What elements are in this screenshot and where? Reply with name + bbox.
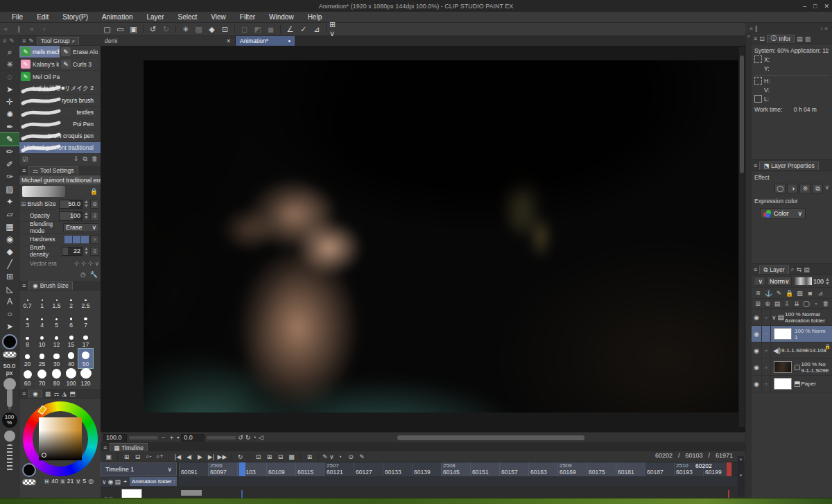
fit-screen-icon[interactable]: ▪ (177, 434, 179, 441)
ruler-tick[interactable]: 60115 (295, 462, 324, 476)
track-lane[interactable] (179, 476, 737, 487)
tab-information[interactable]: ⓘInfor (767, 35, 795, 43)
flip-view-icon[interactable]: ◁ (259, 434, 263, 441)
layer-row[interactable]: ◉ ▫ ⬒ Paper (752, 376, 832, 392)
tool-item[interactable]: ▨ (0, 183, 19, 195)
tool-item[interactable]: ✏ (0, 146, 19, 158)
stepper-icon[interactable]: ▲▼ (825, 277, 830, 286)
tool-item[interactable]: ✒ (0, 121, 19, 133)
tool-item[interactable]: ⊞ (0, 270, 19, 283)
doc-tab-demi[interactable]: demi ✕ (101, 36, 236, 46)
vector-mode-icons[interactable]: ⊹ ⊹ ⊹ (74, 260, 94, 267)
zoom-in-timeline-icon[interactable]: ⌕+ (155, 452, 165, 462)
tab-timeline[interactable]: ▦Timeline (110, 443, 148, 451)
go-to-start-icon[interactable]: |◀ (173, 452, 183, 462)
new-cel2-icon[interactable]: ⊞ (264, 452, 275, 462)
cel-settings-icon[interactable]: ▩ (286, 452, 297, 462)
doc-tab-animation[interactable]: Animation* ● (236, 36, 295, 46)
clip-to-layer-icon[interactable]: ⧈ (754, 289, 763, 297)
canvas-horizontal-scrollbar[interactable] (397, 435, 584, 440)
brush-size-cell[interactable]: 15 (64, 329, 78, 349)
menu-item[interactable]: File (6, 13, 29, 21)
ruler-tick[interactable]: 2507 60121 (324, 462, 354, 476)
expand-icon[interactable]: › (90, 235, 99, 244)
texture-slider[interactable] (7, 444, 12, 472)
crop-icon[interactable]: ⊡ (218, 24, 232, 35)
default-brush-icon[interactable]: ☑ (22, 156, 28, 163)
ruler-tick[interactable]: 60151 (470, 462, 499, 476)
panel-menu-icon[interactable]: ≡ (103, 444, 107, 451)
hardness-segments[interactable] (64, 236, 89, 243)
invert-selection-icon[interactable]: ▩ (192, 24, 205, 35)
halftone-effect-icon[interactable]: ※ (799, 184, 811, 193)
panel-menu-icon[interactable]: ≡ (22, 282, 26, 289)
tab-color-wheel[interactable]: ◉ (28, 390, 42, 398)
ruler-icon[interactable]: ⊿ (816, 290, 825, 297)
subtool-item[interactable]: ✎ Mel Oil Pa (19, 71, 60, 83)
current-color-swatch[interactable] (22, 463, 36, 477)
tab-layer-properties[interactable]: ⬔Layer Properties (759, 162, 818, 170)
tone-effect-icon[interactable]: ◑ (787, 184, 798, 193)
brush-size-cell[interactable]: 20 (20, 349, 35, 368)
minimize-button[interactable]: – (803, 3, 806, 10)
ruler-tick[interactable]: 60181 (616, 462, 645, 476)
fill-icon[interactable]: ◆ (205, 24, 218, 35)
pen-pressure-icon[interactable]: ⊘ (90, 200, 99, 209)
tool-item[interactable]: ◉ (0, 233, 19, 245)
menu-item[interactable]: Edit (31, 13, 55, 21)
tab-tool-group[interactable]: Tool Group⌕ (37, 37, 79, 45)
rotate-left-icon[interactable]: ↺ (238, 434, 243, 441)
brush-size-cell[interactable]: 17 (78, 329, 93, 349)
tool-item[interactable]: ⌕ (0, 46, 19, 58)
expression-color-dropdown[interactable]: Color ∨ (760, 208, 806, 219)
open-file-icon[interactable]: ▭ (114, 24, 127, 35)
stepper-icon[interactable]: ▲▼ (84, 211, 89, 220)
snap-special-ruler-icon[interactable]: ✓ (297, 24, 310, 35)
folder-chevron-icon[interactable]: ∨ (772, 314, 777, 321)
menu-item[interactable]: Filter (234, 13, 261, 21)
color-mode-toggle-icon[interactable]: ◎ (88, 478, 94, 485)
chevron-down-icon[interactable]: ∨ (824, 184, 829, 193)
layer-visibility-eye-icon[interactable]: ◉ (754, 347, 759, 354)
ruler-tick[interactable]: 2509 60169 (557, 462, 587, 476)
delete-cel-icon[interactable]: ⊟ (275, 452, 286, 462)
ruler-tick[interactable]: 60157 (499, 462, 528, 476)
edit-track-icon[interactable]: ⊞ (304, 452, 315, 462)
zoom-out-icon[interactable]: － (160, 433, 166, 442)
brush-size-cell[interactable]: 2 (64, 290, 78, 310)
tone-icon[interactable]: ◩ (251, 24, 264, 35)
layer-row[interactable]: ◉ ▫ ◀) 9-1-1.S09E14.108 🔒 (752, 342, 832, 359)
screen-settings-icon[interactable]: ⊞ ∨ (329, 24, 343, 35)
tool-item[interactable]: ◌ (0, 71, 19, 83)
subtool-item[interactable]: ✎ Erase Alo (60, 46, 100, 58)
rotate-right-icon[interactable]: ↻ (245, 434, 251, 441)
duplicate-subtool-icon[interactable]: ⧉ (83, 155, 87, 163)
prev-frame-icon[interactable]: ◀ (184, 452, 194, 462)
new-cel-icon[interactable]: ⊡ (253, 452, 263, 462)
brush-size-cell[interactable]: 6 (64, 310, 78, 329)
tool-item[interactable]: ➤ (0, 320, 19, 333)
next-frame-icon[interactable]: ▶| (206, 452, 216, 462)
subtool-item[interactable]: ✎ Kalany's k (19, 58, 60, 71)
source-icon[interactable]: ⇩ (90, 211, 99, 220)
layer-checkbox[interactable]: ▫ (762, 359, 771, 375)
blending-mode-dropdown[interactable]: Erase∨ (63, 223, 99, 232)
layer-visibility-eye-icon[interactable]: ◉ (754, 331, 759, 338)
panel-menu-icon[interactable]: ≡ (22, 390, 26, 397)
track-label[interactable]: Animation folder : (130, 477, 177, 486)
tool-item[interactable]: ✦ (0, 195, 19, 208)
material-icon[interactable]: ◼ (264, 24, 277, 35)
brush-size-cell[interactable]: 60 (20, 368, 35, 388)
transfer-layer-icon[interactable]: ⇩ (783, 300, 791, 307)
tool-item[interactable]: ○ (0, 308, 19, 320)
camera-icon[interactable]: ⊙ (346, 452, 356, 462)
brush-size-cell[interactable]: 1 (35, 290, 49, 310)
timeline-selector-dropdown[interactable]: Timeline 1 ∨ (101, 462, 177, 476)
tool-item[interactable]: ✺ (0, 108, 19, 121)
zoom-value-input[interactable]: 100.0 (103, 434, 127, 442)
brush-size-cell[interactable]: 10 (35, 329, 49, 349)
play-icon[interactable]: ▶ (195, 452, 205, 462)
ruler-tick[interactable]: 2508 60145 (441, 462, 470, 476)
deselect-icon[interactable]: ✳ (179, 24, 192, 35)
new-file-icon[interactable]: ▢ (101, 24, 114, 35)
